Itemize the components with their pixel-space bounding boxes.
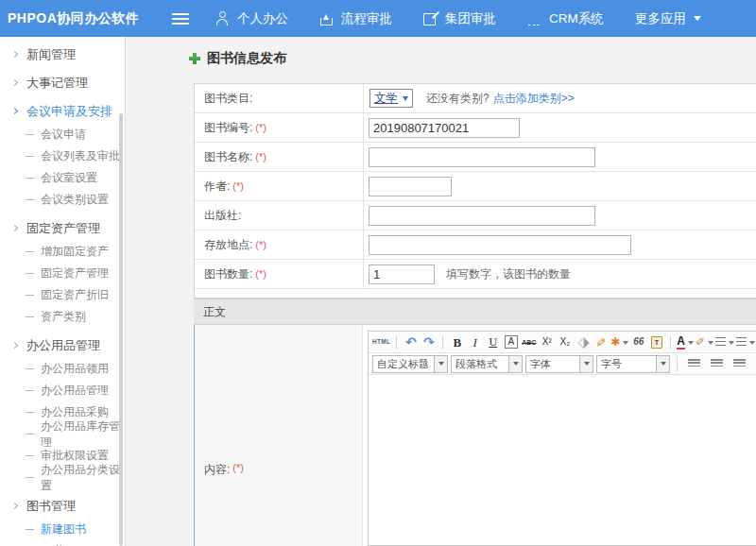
sidebar-item-label: 大事记管理 [26,75,88,92]
book-quantity-input[interactable] [369,264,435,284]
paint-format-icon[interactable]: ✱ [610,333,628,351]
sidebar-item-3[interactable]: 会议申请 [0,124,125,145]
align-justify-icon[interactable] [752,355,756,373]
italic-icon[interactable]: I [467,333,483,351]
required-mark: (*) [255,122,266,133]
underline-icon[interactable]: U [485,333,501,351]
unordered-list-icon[interactable] [736,333,755,351]
paragraph-format-select[interactable]: 段落格式 [451,355,523,373]
sidebar-item-10[interactable]: 固定资产折旧 [0,284,125,306]
sidebar-item-21[interactable]: 图书管理 [0,540,125,546]
sidebar-item-6[interactable]: 会议类别设置 [0,189,125,211]
main-content: 图书信息发布 图书类目: 文学 还没有类别? 点击添加类别>> 图书编号:(*)… [127,37,756,546]
superscript-icon[interactable]: X² [539,333,555,351]
char-border-icon[interactable]: A [503,333,519,351]
caret-down-icon [708,341,713,348]
chevron-right-icon [11,342,18,349]
font-color-icon[interactable]: A [677,333,694,351]
form-rows: 图书编号:(*)图书名称:(*)作者:(*)出版社:存放地点:(*)图书数量:(… [195,113,756,289]
chevron-down-icon[interactable] [657,355,670,373]
sidebar-item-16[interactable]: 办公用品库存管理 [0,423,125,445]
custom-title-select-value: 自定义标题 [372,355,435,373]
dash-icon [26,368,34,369]
add-category-link[interactable]: 点击添加类别>> [493,91,575,107]
category-select-value: 文学 [374,91,398,107]
book-number-input[interactable] [369,118,520,138]
html-source-icon[interactable]: HTML [372,333,390,351]
category-select[interactable]: 文学 [369,89,413,108]
body-section-header: 正文 [194,299,756,325]
storage-location-input[interactable] [369,235,631,255]
hamburger-menu-icon[interactable] [172,13,189,25]
sidebar-nav: 新闻管理大事记管理会议申请及安排会议申请会议列表及审批会议室设置会议类别设置固定… [0,43,125,546]
align-center-icon[interactable] [707,355,727,373]
chevron-down-icon[interactable] [435,355,448,373]
rich-text-editor: HTML↶↷BIUAABCX²X₂◪✎✱66TA✐ 自定义标题段落格式字体字号∞… [363,325,756,546]
sidebar-item-label: 会议类别设置 [41,192,109,208]
topbar-item-label: CRM系统 [549,10,604,27]
field-label: 图书类目: [204,91,252,107]
sidebar-item-12[interactable]: 办公用品管理 [0,334,125,356]
topbar-item-label: 个人办公 [237,10,288,27]
topbar-item-crm-system[interactable]: CRM系统 [527,10,604,27]
font-family-select[interactable]: 字体 [525,355,593,373]
sidebar-item-18[interactable]: 办公用品分类设置 [0,467,125,488]
separator [442,335,443,350]
dash-icon [26,455,34,456]
sidebar-item-2[interactable]: 会议申请及安排 [0,100,125,122]
caret-down-icon [749,341,755,348]
author-input[interactable] [369,177,452,196]
editor-content-area[interactable] [369,375,756,545]
align-left-icon[interactable] [684,355,704,373]
strikethrough-icon[interactable]: ABC [521,333,537,351]
sidebar-item-label: 办公用品分类设置 [41,462,125,494]
topbar-item-label: 流程审批 [341,10,392,27]
redo-icon[interactable]: ↷ [421,333,437,351]
sidebar-item-label: 新闻管理 [26,46,76,63]
sidebar-item-0[interactable]: 新闻管理 [0,43,125,65]
sidebar-item-20[interactable]: 新建图书 [0,519,125,540]
sidebar-item-label: 会议申请及安排 [26,103,112,120]
form-row-author: 作者:(*) [195,172,756,201]
sidebar-item-13[interactable]: 办公用品领用 [0,358,125,380]
subscript-icon[interactable]: X₂ [557,333,573,351]
topbar-item-more-apps[interactable]: 更多应用 [635,10,701,27]
edit-icon [423,11,438,26]
sidebar-item-1[interactable]: 大事记管理 [0,72,125,94]
chevron-down-icon[interactable] [580,355,593,373]
sidebar-item-7[interactable]: 固定资产管理 [0,217,125,239]
eraser-icon[interactable]: ◪ [575,333,591,351]
paste-text-icon[interactable]: T [648,333,664,351]
sidebar-item-5[interactable]: 会议室设置 [0,167,125,189]
sidebar-item-19[interactable]: 图书管理 [0,495,125,517]
font-size-select[interactable]: 字号 [596,355,670,373]
sidebar-item-8[interactable]: 增加固定资产 [0,241,125,263]
align-right-icon[interactable] [730,355,749,373]
blockquote-icon[interactable]: 66 [630,333,646,351]
topbar-item-group-approval[interactable]: 集团审批 [423,10,496,27]
highlight-icon[interactable]: ✐ [696,333,713,351]
sidebar-scrollbar[interactable] [119,113,123,546]
sidebar-item-4[interactable]: 会议列表及审批 [0,145,125,167]
font-size-select-value: 字号 [596,355,657,373]
sidebar-item-11[interactable]: 资产类别 [0,306,125,328]
dash-icon [26,156,34,157]
format-brush-icon[interactable]: ✎ [593,333,609,351]
sidebar: 新闻管理大事记管理会议申请及安排会议申请会议列表及审批会议室设置会议类别设置固定… [0,37,126,546]
topbar-item-workflow-approval[interactable]: 流程审批 [319,10,392,27]
form-row-book-quantity: 图书数量:(*)填写数字，该图书的数量 [195,260,756,289]
dash-icon [26,199,34,200]
bold-icon[interactable]: B [449,333,465,351]
dash-icon [26,477,34,478]
ordered-list-icon[interactable] [715,333,734,351]
chevron-down-icon[interactable] [509,355,523,373]
custom-title-select[interactable]: 自定义标题 [372,355,448,373]
sidebar-item-9[interactable]: 固定资产管理 [0,263,125,284]
book-name-input[interactable] [369,147,595,167]
dash-icon [26,295,34,296]
topbar-item-personal-office[interactable]: 个人办公 [215,10,288,27]
sidebar-item-14[interactable]: 办公用品管理 [0,380,125,401]
publisher-input[interactable] [369,206,595,226]
sidebar-item-label: 图书管理 [26,498,76,515]
undo-icon[interactable]: ↶ [403,333,419,351]
